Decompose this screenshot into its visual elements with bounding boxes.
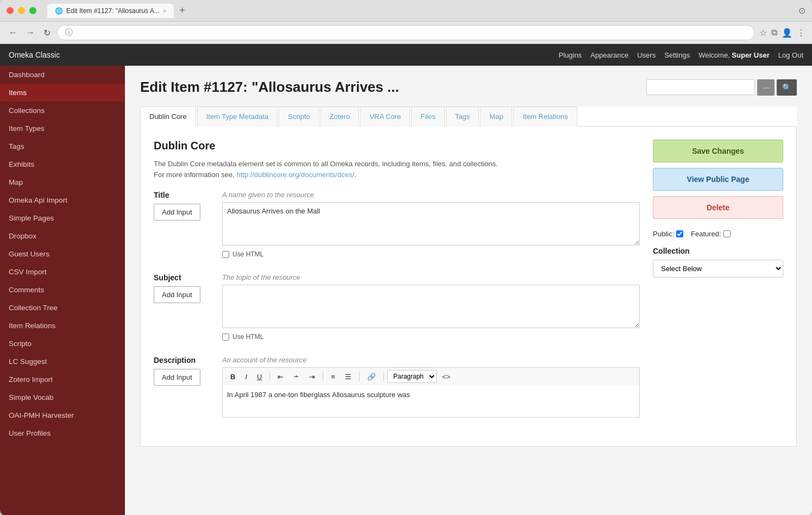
sidebar-item-simple-pages[interactable]: Simple Pages bbox=[0, 209, 125, 227]
subject-textarea[interactable] bbox=[222, 285, 640, 328]
subject-use-html-checkbox[interactable] bbox=[222, 334, 229, 341]
save-changes-button[interactable]: Save Changes bbox=[653, 140, 783, 162]
sidebar-item-collection-tree[interactable]: Collection Tree bbox=[0, 299, 125, 317]
title-placeholder: A name given to the resource bbox=[222, 191, 640, 199]
sidebar-item-oai-pmh-harvester[interactable]: OAI-PMH Harvester bbox=[0, 406, 125, 424]
search-input[interactable] bbox=[646, 79, 755, 95]
tab-map[interactable]: Map bbox=[480, 106, 512, 127]
tab-item-relations[interactable]: Item Relations bbox=[513, 106, 577, 127]
title-field-header: Title Add Input A name given to the reso… bbox=[154, 191, 640, 258]
section-description: The Dublin Core metadata element set is … bbox=[154, 159, 640, 180]
url-bar[interactable]: ⓘ bbox=[57, 25, 755, 40]
forward-button[interactable]: → bbox=[24, 27, 37, 39]
sidebar-item-comments[interactable]: Comments bbox=[0, 281, 125, 299]
description-rte-area[interactable]: In April 1987 a one-ton fiberglass Allos… bbox=[222, 385, 640, 418]
subject-field-header: Subject Add Input The topic of the resou… bbox=[154, 273, 640, 341]
sidebar-item-guest-users[interactable]: Guest Users bbox=[0, 245, 125, 263]
rte-link-button[interactable]: 🔗 bbox=[363, 370, 380, 383]
dublin-core-link[interactable]: http://dublincore.org/documents/dces/ bbox=[236, 171, 354, 179]
description-add-input-button[interactable]: Add Input bbox=[154, 369, 200, 386]
subject-field-block: Subject Add Input The topic of the resou… bbox=[154, 273, 640, 341]
traffic-light-maximize[interactable] bbox=[29, 7, 36, 14]
tab-close-button[interactable]: × bbox=[163, 8, 166, 14]
back-button[interactable]: ← bbox=[7, 27, 20, 39]
sidebar-item-dropbox[interactable]: Dropbox bbox=[0, 227, 125, 245]
featured-checkbox[interactable] bbox=[723, 230, 731, 237]
rte-italic-button[interactable]: I bbox=[241, 370, 251, 383]
tab-tags[interactable]: Tags bbox=[446, 106, 479, 127]
subject-field-content: The topic of the resource Use HTML bbox=[222, 273, 640, 341]
section-title: Dublin Core bbox=[154, 140, 640, 152]
subject-placeholder: The topic of the resource bbox=[222, 273, 640, 281]
sidebar-item-map[interactable]: Map bbox=[0, 173, 125, 191]
sidebar-item-simple-vocab[interactable]: Simple Vocab bbox=[0, 388, 125, 406]
browser-tabs: 🌐 Edit Item #1127: "Allosaurus A... × + bbox=[47, 4, 794, 18]
sidebar-item-tags[interactable]: Tags bbox=[0, 137, 125, 155]
sidebar-item-csv-import[interactable]: CSV Import bbox=[0, 263, 125, 281]
description-field-header: Description Add Input An account of the … bbox=[154, 356, 640, 418]
profile-icon[interactable]: 👤 bbox=[782, 28, 792, 38]
delete-button[interactable]: Delete bbox=[653, 196, 783, 219]
nav-users[interactable]: Users bbox=[637, 51, 656, 59]
view-public-page-button[interactable]: View Public Page bbox=[653, 168, 783, 191]
description-end: . bbox=[354, 171, 356, 179]
rte-list-ul-button[interactable]: ≡ bbox=[326, 370, 339, 383]
tab-dublin-core[interactable]: Dublin Core bbox=[140, 106, 196, 127]
sidebar-item-collections[interactable]: Collections bbox=[0, 102, 125, 120]
rte-list-ol-button[interactable]: ☰ bbox=[341, 370, 356, 383]
nav-appearance[interactable]: Appearance bbox=[590, 51, 628, 59]
sidebar-item-item-types[interactable]: Item Types bbox=[0, 120, 125, 137]
logout-link[interactable]: Log Out bbox=[778, 51, 803, 59]
rte-code-button[interactable]: <> bbox=[438, 370, 455, 383]
tab-vra-core[interactable]: VRA Core bbox=[360, 106, 410, 127]
sidebar-item-lc-suggest[interactable]: LC Suggest bbox=[0, 353, 125, 370]
rte-separator-3 bbox=[359, 372, 360, 381]
menu-icon[interactable]: ⋮ bbox=[797, 28, 805, 38]
sidebar-item-items[interactable]: Items bbox=[0, 84, 125, 102]
sidebar-item-exhibits[interactable]: Exhibits bbox=[0, 155, 125, 173]
tab-files[interactable]: Files bbox=[411, 106, 444, 127]
browser-tab-active[interactable]: 🌐 Edit Item #1127: "Allosaurus A... × bbox=[47, 4, 174, 18]
title-add-input-button[interactable]: Add Input bbox=[154, 204, 200, 221]
search-submit-button[interactable]: 🔍 bbox=[777, 79, 797, 96]
public-text: Public: bbox=[653, 230, 674, 238]
rte-bold-button[interactable]: B bbox=[226, 370, 240, 383]
subject-use-html-row: Use HTML bbox=[222, 333, 640, 341]
top-nav-links: Plugins Appearance Users Settings Welcom… bbox=[558, 51, 803, 59]
title-use-html-checkbox[interactable] bbox=[222, 251, 229, 258]
nav-settings[interactable]: Settings bbox=[664, 51, 690, 59]
rte-align-right-button[interactable]: ⇥ bbox=[305, 370, 319, 383]
rte-align-left-button[interactable]: ⇤ bbox=[273, 370, 288, 383]
subject-field-name: Subject bbox=[154, 273, 208, 282]
sidebar-item-zotero-import[interactable]: Zotero Import bbox=[0, 370, 125, 388]
nav-plugins[interactable]: Plugins bbox=[558, 51, 582, 59]
sidebar-item-user-profiles[interactable]: User Profiles bbox=[0, 424, 125, 442]
new-tab-button[interactable]: + bbox=[176, 5, 188, 16]
star-icon[interactable]: ☆ bbox=[759, 28, 767, 38]
sidebar-item-dashboard[interactable]: Dashboard bbox=[0, 66, 125, 84]
rte-align-center-button[interactable]: ∸ bbox=[289, 370, 304, 383]
main-layout: Dashboard Items Collections Item Types T… bbox=[0, 66, 812, 515]
search-options-button[interactable]: ··· bbox=[757, 79, 775, 96]
public-checkbox[interactable] bbox=[676, 230, 683, 237]
title-textarea[interactable]: Allosaurus Arrives on the Mall bbox=[222, 202, 640, 246]
page-title: Edit Item #1127: "Allosaurus Arrives ... bbox=[140, 79, 399, 96]
tab-item-type-metadata[interactable]: Item Type Metadata bbox=[197, 106, 278, 127]
search-bar: ··· 🔍 bbox=[646, 79, 797, 96]
tab-scripto[interactable]: Scripto bbox=[279, 106, 319, 127]
rte-underline-button[interactable]: U bbox=[253, 370, 266, 383]
traffic-light-close[interactable] bbox=[7, 7, 14, 14]
subject-add-input-button[interactable]: Add Input bbox=[154, 286, 200, 303]
content-panel: Dublin Core The Dublin Core metadata ele… bbox=[140, 127, 797, 447]
traffic-light-minimize[interactable] bbox=[18, 7, 25, 14]
collection-select[interactable]: Select Below bbox=[653, 260, 783, 278]
sidebar-item-item-relations[interactable]: Item Relations bbox=[0, 317, 125, 335]
camera-icon: ⊙ bbox=[798, 5, 805, 16]
description-field-block: Description Add Input An account of the … bbox=[154, 356, 640, 418]
refresh-button[interactable]: ↻ bbox=[41, 27, 53, 39]
tab-zotero[interactable]: Zotero bbox=[320, 106, 360, 127]
rte-toolbar: B I U ⇤ ∸ ⇥ ≡ ☰ bbox=[222, 367, 640, 385]
sidebar-item-scripto[interactable]: Scripto bbox=[0, 335, 125, 353]
sidebar-item-omeka-api-import[interactable]: Omeka Api Import bbox=[0, 191, 125, 209]
rte-paragraph-select[interactable]: Paragraph bbox=[387, 370, 437, 383]
